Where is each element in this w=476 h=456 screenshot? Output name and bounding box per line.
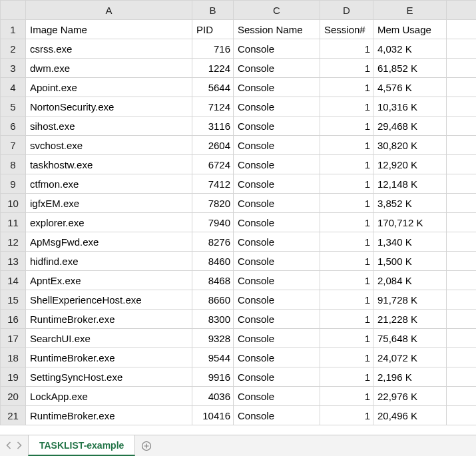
row-header-7[interactable]: 7 [1, 136, 26, 155]
cell-C15[interactable]: Console [234, 290, 320, 310]
cell-F10[interactable] [447, 194, 476, 213]
row-header-3[interactable]: 3 [1, 59, 26, 78]
cell-A10[interactable]: igfxEM.exe [26, 194, 192, 213]
cell-D16[interactable]: 1 [320, 310, 373, 329]
cell-C8[interactable]: Console [234, 155, 320, 174]
spreadsheet-grid[interactable]: ABCDE1Image NamePIDSession NameSession#M… [0, 0, 476, 425]
cell-F9[interactable] [447, 174, 476, 194]
cell-B14[interactable]: 8468 [192, 271, 234, 290]
row-header-19[interactable]: 19 [1, 367, 26, 387]
cell-D15[interactable]: 1 [320, 290, 373, 310]
cell-A19[interactable]: SettingSyncHost.exe [26, 367, 192, 387]
cell-E10[interactable]: 3,852 K [373, 194, 447, 213]
row-header-11[interactable]: 11 [1, 213, 26, 232]
cell-A11[interactable]: explorer.exe [26, 213, 192, 232]
cell-B3[interactable]: 1224 [192, 59, 234, 78]
cell-A8[interactable]: taskhostw.exe [26, 155, 192, 174]
cell-A5[interactable]: NortonSecurity.exe [26, 97, 192, 116]
cell-F16[interactable] [447, 310, 476, 329]
cell-E15[interactable]: 91,728 K [373, 290, 447, 310]
column-header-extra[interactable] [447, 1, 476, 20]
cell-C21[interactable]: Console [234, 406, 320, 425]
row-header-20[interactable]: 20 [1, 387, 26, 406]
cell-E17[interactable]: 75,648 K [373, 329, 447, 348]
row-header-13[interactable]: 13 [1, 252, 26, 271]
cell-B6[interactable]: 3116 [192, 116, 234, 136]
add-sheet-button[interactable] [135, 435, 158, 456]
cell-F1[interactable] [447, 20, 476, 39]
cell-C11[interactable]: Console [234, 213, 320, 232]
cell-B2[interactable]: 716 [192, 39, 234, 59]
cell-D11[interactable]: 1 [320, 213, 373, 232]
cell-E19[interactable]: 2,196 K [373, 367, 447, 387]
cell-B17[interactable]: 9328 [192, 329, 234, 348]
cell-F13[interactable] [447, 252, 476, 271]
row-header-2[interactable]: 2 [1, 39, 26, 59]
cell-E9[interactable]: 12,148 K [373, 174, 447, 194]
column-header-C[interactable]: C [234, 1, 320, 20]
cell-F8[interactable] [447, 155, 476, 174]
cell-D3[interactable]: 1 [320, 59, 373, 78]
cell-D4[interactable]: 1 [320, 78, 373, 97]
row-header-12[interactable]: 12 [1, 232, 26, 252]
cell-F17[interactable] [447, 329, 476, 348]
row-header-1[interactable]: 1 [1, 20, 26, 39]
cell-E21[interactable]: 20,496 K [373, 406, 447, 425]
cell-E16[interactable]: 21,228 K [373, 310, 447, 329]
cell-A1[interactable]: Image Name [26, 20, 192, 39]
row-header-16[interactable]: 16 [1, 310, 26, 329]
cell-D2[interactable]: 1 [320, 39, 373, 59]
cell-A2[interactable]: csrss.exe [26, 39, 192, 59]
cell-D19[interactable]: 1 [320, 367, 373, 387]
cell-E7[interactable]: 30,820 K [373, 136, 447, 155]
column-header-A[interactable]: A [26, 1, 192, 20]
cell-C4[interactable]: Console [234, 78, 320, 97]
cell-D10[interactable]: 1 [320, 194, 373, 213]
cell-D1[interactable]: Session# [320, 20, 373, 39]
cell-B5[interactable]: 7124 [192, 97, 234, 116]
cell-E11[interactable]: 170,712 K [373, 213, 447, 232]
cell-D5[interactable]: 1 [320, 97, 373, 116]
cell-B7[interactable]: 2604 [192, 136, 234, 155]
cell-D12[interactable]: 1 [320, 232, 373, 252]
cell-C14[interactable]: Console [234, 271, 320, 290]
row-header-8[interactable]: 8 [1, 155, 26, 174]
cell-F21[interactable] [447, 406, 476, 425]
cell-D13[interactable]: 1 [320, 252, 373, 271]
cell-B20[interactable]: 4036 [192, 387, 234, 406]
cell-E13[interactable]: 1,500 K [373, 252, 447, 271]
cell-A14[interactable]: ApntEx.exe [26, 271, 192, 290]
cell-B15[interactable]: 8660 [192, 290, 234, 310]
cell-E3[interactable]: 61,852 K [373, 59, 447, 78]
cell-F14[interactable] [447, 271, 476, 290]
cell-F19[interactable] [447, 367, 476, 387]
cell-F18[interactable] [447, 348, 476, 367]
sheet-tab-active[interactable]: TASKLIST-example [28, 435, 135, 456]
cell-C6[interactable]: Console [234, 116, 320, 136]
cell-E5[interactable]: 10,316 K [373, 97, 447, 116]
cell-B12[interactable]: 8276 [192, 232, 234, 252]
cell-F12[interactable] [447, 232, 476, 252]
cell-A3[interactable]: dwm.exe [26, 59, 192, 78]
cell-A21[interactable]: RuntimeBroker.exe [26, 406, 192, 425]
cell-D18[interactable]: 1 [320, 348, 373, 367]
row-header-9[interactable]: 9 [1, 174, 26, 194]
cell-C1[interactable]: Session Name [234, 20, 320, 39]
cell-C13[interactable]: Console [234, 252, 320, 271]
cell-A12[interactable]: ApMsgFwd.exe [26, 232, 192, 252]
cell-A18[interactable]: RuntimeBroker.exe [26, 348, 192, 367]
cell-B9[interactable]: 7412 [192, 174, 234, 194]
cell-E6[interactable]: 29,468 K [373, 116, 447, 136]
row-header-4[interactable]: 4 [1, 78, 26, 97]
cell-F11[interactable] [447, 213, 476, 232]
select-all-corner[interactable] [1, 1, 26, 20]
cell-B13[interactable]: 8460 [192, 252, 234, 271]
cell-D7[interactable]: 1 [320, 136, 373, 155]
cell-F5[interactable] [447, 97, 476, 116]
cell-C9[interactable]: Console [234, 174, 320, 194]
cell-E2[interactable]: 4,032 K [373, 39, 447, 59]
cell-E14[interactable]: 2,084 K [373, 271, 447, 290]
cell-F15[interactable] [447, 290, 476, 310]
cell-F6[interactable] [447, 116, 476, 136]
cell-D9[interactable]: 1 [320, 174, 373, 194]
